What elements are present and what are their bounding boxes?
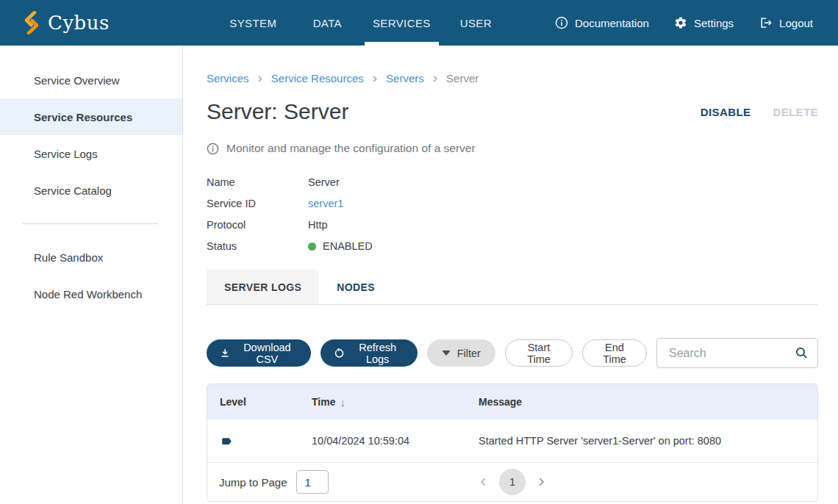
breadcrumb-separator-icon: › [433,71,437,86]
settings-button[interactable]: Settings [674,16,734,29]
detail-label-service-id: Service ID [207,198,308,209]
sidebar-item-service-overview[interactable]: Service Overview [0,62,182,98]
breadcrumb-service-resources[interactable]: Service Resources [271,72,364,84]
documentation-label: Documentation [575,17,649,29]
log-table-row: 10/04/2024 10:59:04 Started HTTP Server … [207,420,817,462]
time-header-label: Time [312,396,335,408]
detail-value-service-id[interactable]: server1 [308,198,343,209]
detail-value-protocol: Http [308,219,328,231]
nav-tab-services[interactable]: SERVICES [365,0,439,46]
column-header-level: Level [207,396,312,408]
log-level-cell [207,435,312,447]
sidebar-item-service-logs[interactable]: Service Logs [0,135,182,172]
chevron-left-icon [479,477,489,487]
download-icon [220,347,230,359]
detail-label-protocol: Protocol [207,219,308,231]
sidebar-item-service-resources[interactable]: Service Resources [0,98,182,135]
logout-icon [759,16,773,29]
sidebar-item-rule-sandbox[interactable]: Rule Sandbox [0,239,182,276]
detail-label-name: Name [207,176,308,188]
breadcrumb-current: Server [446,72,479,84]
start-time-label: Start Time [518,342,559,365]
logout-label: Logout [779,17,813,29]
breadcrumb-services[interactable]: Services [207,72,249,84]
refresh-logs-button[interactable]: Refresh Logs [320,339,418,367]
info-icon [555,16,568,29]
settings-label: Settings [694,17,734,29]
filter-label: Filter [457,348,481,359]
search-input[interactable] [667,346,795,361]
page-description: Monitor and manage the configuration of … [226,142,476,155]
breadcrumb: Services › Service Resources › Servers ›… [207,71,818,86]
gear-icon [674,16,687,29]
breadcrumb-separator-icon: › [258,71,262,86]
status-text: ENABLED [323,240,373,252]
sidebar-item-node-red-workbench[interactable]: Node Red Workbench [0,276,182,312]
log-message-cell: Started HTTP Server 'server1-Server' on … [479,435,817,447]
status-enabled-dot [308,242,316,251]
current-page-button[interactable]: 1 [499,469,526,495]
detail-label-status: Status [207,240,308,252]
detail-value-name: Server [308,176,340,188]
server-details: Name Server Service ID server1 Protocol … [207,171,818,256]
documentation-button[interactable]: Documentation [555,16,649,29]
top-navbar: Cybus SYSTEM DATA SERVICES USER Document… [0,0,838,46]
prev-page-button[interactable] [476,474,492,490]
sidebar-item-service-catalog[interactable]: Service Catalog [0,172,182,209]
log-time-cell: 10/04/2024 10:59:04 [312,435,479,447]
logout-button[interactable]: Logout [759,16,813,29]
refresh-logs-label: Refresh Logs [351,342,404,365]
tab-server-logs[interactable]: SERVER LOGS [207,270,319,304]
search-icon[interactable] [795,346,809,360]
disable-button[interactable]: DISABLE [701,106,751,118]
dropdown-arrow-icon [442,350,451,356]
logs-toolbar: Download CSV Refresh Logs Filter Start T… [207,338,818,368]
breadcrumb-servers[interactable]: Servers [386,72,424,84]
pagination: 1 [476,469,549,495]
refresh-icon [334,347,345,360]
end-time-label: End Time [595,342,634,365]
main-nav: SYSTEM DATA SERVICES USER [216,0,513,46]
brand-name: Cybus [48,12,110,34]
sidebar: Service Overview Service Resources Servi… [0,46,183,504]
label-tag-icon [221,436,232,447]
brand-logo[interactable]: Cybus [0,0,132,46]
filter-button[interactable]: Filter [427,339,495,367]
next-page-button[interactable] [533,474,549,490]
detail-tabs: SERVER LOGS NODES [207,270,818,305]
cybus-logo-icon [22,11,41,35]
navbar-actions: Documentation Settings Logout [555,0,838,46]
nav-tab-system[interactable]: SYSTEM [216,0,290,46]
end-time-button[interactable]: End Time [582,339,647,367]
logs-table-header: Level Time ↓ Message [207,384,817,420]
column-header-message: Message [479,396,817,408]
jump-to-page-input[interactable] [296,470,329,494]
start-time-button[interactable]: Start Time [505,339,573,367]
sort-desc-icon: ↓ [340,396,345,408]
sidebar-divider [22,223,158,224]
logs-table-footer: Jump to Page 1 [207,462,817,501]
main-content: Services › Service Resources › Servers ›… [183,46,838,504]
delete-button[interactable]: DELETE [773,106,818,118]
page-title: Server: Server [207,99,348,124]
logs-table: Level Time ↓ Message 10/04/2024 10:59:04… [207,384,818,502]
jump-to-page-label: Jump to Page [219,476,287,489]
breadcrumb-separator-icon: › [373,71,377,86]
download-csv-button[interactable]: Download CSV [207,339,311,367]
info-circle-icon [207,143,219,155]
column-header-time[interactable]: Time ↓ [312,396,479,408]
chevron-right-icon [536,477,546,487]
tab-nodes[interactable]: NODES [319,270,393,304]
nav-tab-data[interactable]: DATA [290,0,365,46]
search-box [656,338,818,368]
download-csv-label: Download CSV [237,342,297,365]
nav-tab-user[interactable]: USER [439,0,513,46]
detail-value-status: ENABLED [308,240,373,252]
